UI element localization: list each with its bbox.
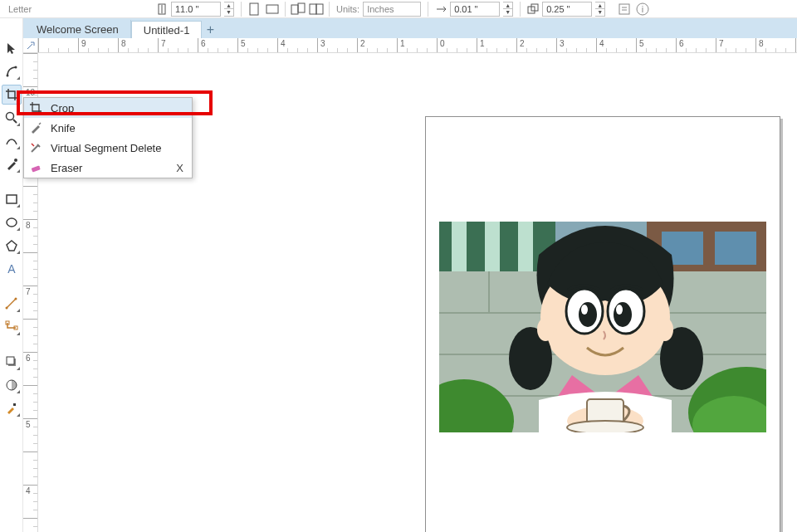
nudge-field[interactable]: 0.01 " [450, 2, 500, 17]
units-select[interactable]: Inches [363, 2, 421, 17]
svg-marker-22 [7, 241, 17, 251]
svg-point-19 [14, 159, 17, 162]
transparency-tool[interactable] [2, 375, 22, 395]
flyout-label: Crop [51, 102, 74, 115]
page-height-field[interactable]: 11.0 " [171, 2, 221, 17]
svg-rect-5 [298, 3, 305, 12]
svg-point-15 [6, 75, 8, 77]
crop-icon [29, 101, 42, 115]
polygon-tool[interactable] [2, 236, 22, 256]
flyout-shortcut: X [176, 162, 183, 174]
dimension-tool[interactable] [2, 294, 22, 314]
svg-line-24 [7, 299, 16, 308]
knife-icon [29, 121, 42, 134]
flyout-label: Eraser [51, 162, 82, 174]
help-button[interactable]: i [633, 1, 652, 17]
artistic-media-tool[interactable] [2, 154, 22, 174]
flyout-label: Virtual Segment Delete [51, 142, 161, 154]
svg-point-17 [6, 113, 13, 120]
rectangle-tool[interactable] [2, 189, 22, 209]
svg-point-16 [14, 66, 17, 69]
svg-rect-33 [32, 165, 41, 172]
vsd-icon [29, 141, 42, 154]
ellipse-tool[interactable] [2, 212, 22, 232]
svg-rect-20 [7, 195, 17, 203]
eraser-icon [29, 161, 42, 174]
toolbox: A [0, 18, 23, 532]
svg-rect-36 [452, 222, 467, 271]
connector-tool[interactable] [2, 317, 22, 337]
tab-untitled[interactable]: Untitled-1 [131, 21, 203, 39]
flyout-item-knife[interactable]: Knife [24, 118, 192, 138]
duplicate-spinner[interactable]: ▲▼ [595, 2, 605, 17]
flyout-label: Knife [51, 122, 76, 134]
new-tab-button[interactable]: + [202, 22, 218, 38]
svg-rect-41 [715, 232, 756, 265]
svg-point-61 [581, 305, 588, 315]
svg-rect-3 [266, 5, 278, 13]
text-tool[interactable]: A [2, 259, 22, 279]
svg-point-62 [616, 305, 623, 315]
svg-rect-32 [13, 403, 16, 406]
drop-shadow-tool[interactable] [2, 352, 22, 372]
svg-rect-38 [518, 222, 533, 271]
svg-point-60 [614, 302, 632, 327]
tab-welcome[interactable]: Welcome Screen [25, 20, 131, 38]
crop-flyout: Crop Knife Virtual Segment Delete Eraser… [23, 97, 193, 178]
all-pages-button[interactable] [289, 1, 307, 17]
svg-point-56 [657, 318, 673, 341]
shape-tool[interactable] [2, 61, 22, 81]
document-page[interactable] [425, 116, 780, 532]
svg-point-65 [567, 421, 643, 432]
freehand-tool[interactable] [2, 131, 22, 151]
document-tabs: Welcome Screen Untitled-1 + [0, 18, 797, 38]
duplicate-distance-icon [527, 3, 539, 15]
ruler-horizontal[interactable]: 9876543210123456789 [38, 38, 797, 52]
flyout-item-vsd[interactable]: Virtual Segment Delete [24, 138, 192, 158]
svg-rect-30 [7, 357, 14, 364]
current-page-button[interactable] [307, 1, 325, 17]
svg-point-55 [537, 318, 554, 341]
options-button[interactable] [615, 1, 633, 17]
svg-rect-7 [316, 4, 323, 14]
svg-rect-37 [485, 222, 500, 271]
page-height-icon [156, 3, 168, 15]
svg-rect-4 [291, 5, 298, 14]
flyout-item-eraser[interactable]: Eraser X [24, 158, 192, 178]
svg-text:A: A [7, 262, 16, 276]
svg-text:i: i [642, 4, 643, 14]
svg-point-59 [579, 302, 597, 327]
svg-rect-6 [310, 4, 316, 14]
page-size-label: Letter [3, 4, 32, 14]
embedded-image[interactable] [439, 222, 766, 432]
duplicate-field[interactable]: 0.25 " [542, 2, 592, 17]
nudge-spinner[interactable]: ▲▼ [503, 2, 513, 17]
nudge-x-icon [435, 3, 447, 15]
pick-tool[interactable] [2, 38, 22, 58]
svg-point-25 [5, 307, 7, 310]
flyout-item-crop[interactable]: Crop [24, 98, 192, 118]
crop-tool[interactable] [2, 85, 22, 105]
portrait-button[interactable] [245, 1, 263, 17]
landscape-button[interactable] [263, 1, 281, 17]
property-bar: Letter 11.0 " ▲▼ Units: Inches 0.01 " ▲▼ [0, 0, 797, 18]
eyedropper-tool[interactable] [2, 398, 22, 418]
svg-point-26 [14, 298, 17, 300]
svg-point-21 [7, 218, 17, 227]
svg-rect-2 [250, 3, 258, 15]
svg-rect-10 [619, 4, 629, 14]
page-height-spinner[interactable]: ▲▼ [224, 2, 234, 17]
zoom-tool[interactable] [2, 108, 22, 128]
units-label: Units: [336, 4, 359, 14]
ruler-origin-icon[interactable] [23, 38, 38, 53]
